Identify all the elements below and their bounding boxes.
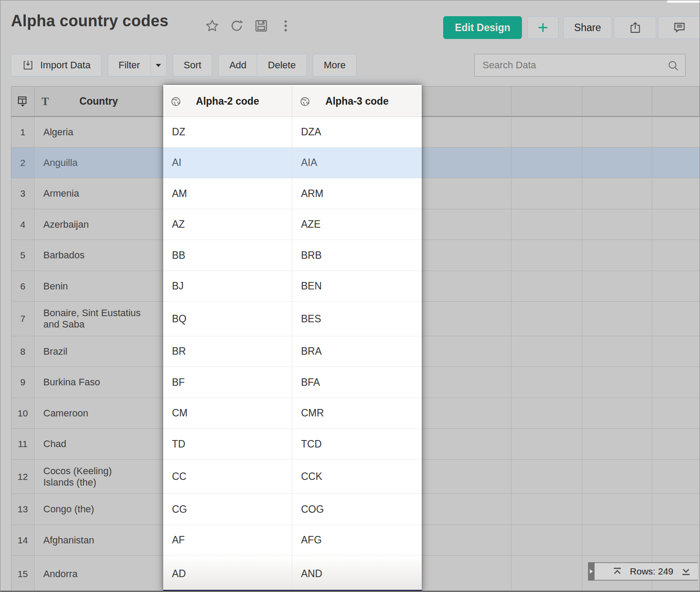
alpha3-cell[interactable]: AFG (292, 525, 422, 556)
empty-cell[interactable] (422, 302, 511, 336)
column-header-country[interactable]: T Country (35, 86, 163, 117)
empty-cell[interactable] (511, 556, 582, 592)
row-number[interactable]: 3 (11, 178, 35, 209)
empty-cell[interactable] (652, 117, 700, 148)
empty-cell[interactable] (652, 494, 700, 525)
country-cell[interactable]: Barbados (35, 240, 163, 271)
filter-button[interactable]: Filter (108, 54, 150, 76)
alpha3-cell[interactable]: BEN (292, 271, 422, 302)
alpha3-cell[interactable]: AIA (292, 148, 422, 178)
country-cell[interactable]: Cameroon (35, 398, 163, 429)
empty-cell[interactable] (582, 302, 652, 336)
empty-cell[interactable] (652, 271, 700, 302)
empty-cell[interactable] (511, 209, 582, 240)
row-number[interactable]: 13 (11, 494, 35, 525)
country-cell[interactable]: Chad (35, 429, 163, 460)
empty-cell[interactable] (422, 178, 511, 209)
empty-cell[interactable] (582, 148, 652, 178)
row-number[interactable]: 15 (11, 556, 35, 592)
empty-cell[interactable] (422, 240, 511, 271)
alpha3-cell[interactable]: TCD (292, 429, 422, 460)
empty-cell[interactable] (652, 209, 700, 240)
save-icon[interactable] (253, 18, 269, 34)
empty-cell[interactable] (582, 460, 652, 494)
empty-cell[interactable] (511, 460, 582, 494)
alpha2-cell[interactable]: BR (163, 336, 292, 367)
empty-cell[interactable] (582, 117, 652, 148)
empty-cell[interactable] (422, 398, 511, 429)
alpha3-cell[interactable]: DZA (292, 117, 422, 148)
empty-column-header[interactable] (582, 86, 652, 117)
filter-dropdown-button[interactable] (150, 54, 166, 76)
country-cell[interactable]: Anguilla (35, 148, 163, 178)
empty-cell[interactable] (652, 367, 700, 398)
more-vertical-icon[interactable] (278, 18, 294, 34)
empty-cell[interactable] (422, 367, 511, 398)
empty-cell[interactable] (582, 525, 652, 556)
alpha3-cell[interactable]: ARM (292, 178, 422, 209)
alpha2-cell[interactable]: AF (163, 525, 292, 556)
alpha2-cell[interactable]: DZ (163, 117, 292, 148)
alpha3-cell[interactable]: BES (292, 302, 422, 336)
country-cell[interactable]: Afghanistan (35, 525, 163, 556)
empty-cell[interactable] (582, 240, 652, 271)
country-cell[interactable]: Brazil (35, 336, 163, 367)
alpha3-cell[interactable]: CMR (292, 398, 422, 429)
row-number[interactable]: 11 (11, 429, 35, 460)
alpha3-cell[interactable]: AND (292, 556, 422, 592)
alpha3-cell[interactable]: BRA (292, 336, 422, 367)
column-header-alpha3[interactable]: Alpha-3 code (292, 86, 422, 116)
select-all-button[interactable] (11, 86, 35, 117)
alpha3-cell[interactable]: AZE (292, 209, 422, 240)
country-cell[interactable]: Andorra (35, 556, 163, 592)
column-header-alpha2[interactable]: Alpha-2 code (163, 86, 292, 116)
empty-cell[interactable] (652, 302, 700, 336)
empty-cell[interactable] (422, 494, 511, 525)
empty-cell[interactable] (582, 209, 652, 240)
add-view-button[interactable] (527, 16, 559, 39)
alpha2-cell[interactable]: AZ (163, 209, 292, 240)
refresh-icon[interactable] (229, 18, 245, 34)
empty-cell[interactable] (511, 494, 582, 525)
empty-column-header[interactable] (511, 86, 582, 117)
country-cell[interactable]: Bonaire, Sint Eustatius and Saba (35, 302, 163, 336)
alpha2-cell[interactable]: BQ (163, 302, 292, 336)
alpha2-cell[interactable]: AD (163, 556, 292, 592)
empty-cell[interactable] (652, 178, 700, 209)
empty-cell[interactable] (652, 148, 700, 178)
delete-button[interactable]: Delete (257, 54, 306, 76)
empty-cell[interactable] (422, 148, 511, 178)
empty-cell[interactable] (511, 117, 582, 148)
empty-cell[interactable] (422, 271, 511, 302)
row-number[interactable]: 5 (11, 240, 35, 271)
comment-button[interactable] (658, 16, 700, 39)
empty-cell[interactable] (422, 209, 511, 240)
country-cell[interactable]: Congo (the) (35, 494, 163, 525)
country-cell[interactable]: Burkina Faso (35, 367, 163, 398)
row-number[interactable]: 10 (11, 398, 35, 429)
alpha3-cell[interactable]: CCK (292, 460, 422, 494)
empty-cell[interactable] (511, 336, 582, 367)
sort-button[interactable]: Sort (173, 54, 212, 77)
empty-cell[interactable] (652, 240, 700, 271)
empty-cell[interactable] (422, 429, 511, 460)
alpha3-cell[interactable]: BFA (292, 367, 422, 398)
alpha2-cell[interactable]: TD (163, 429, 292, 460)
row-number[interactable]: 9 (11, 367, 35, 398)
alpha2-cell[interactable]: AM (163, 178, 292, 209)
scroll-to-top-icon[interactable] (612, 566, 623, 577)
empty-cell[interactable] (422, 117, 511, 148)
alpha2-cell[interactable]: BJ (163, 271, 292, 302)
empty-cell[interactable] (582, 271, 652, 302)
empty-cell[interactable] (511, 302, 582, 336)
alpha2-cell[interactable]: CC (163, 460, 292, 494)
country-cell[interactable]: Algeria (35, 117, 163, 148)
country-cell[interactable]: Armenia (35, 178, 163, 209)
empty-cell[interactable] (422, 525, 511, 556)
empty-cell[interactable] (652, 398, 700, 429)
alpha2-cell[interactable]: BB (163, 240, 292, 271)
empty-cell[interactable] (582, 429, 652, 460)
edit-design-button[interactable]: Edit Design (443, 16, 522, 39)
empty-cell[interactable] (652, 460, 700, 494)
empty-cell[interactable] (652, 429, 700, 460)
